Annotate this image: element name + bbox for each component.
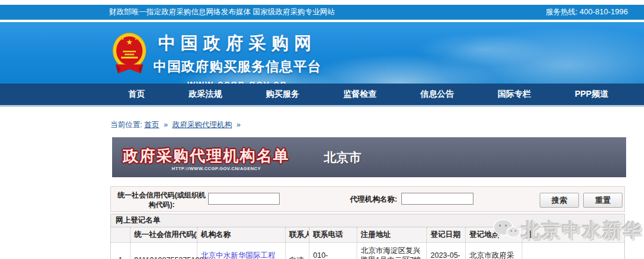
banner-title: 政府采购代理机构名单 xyxy=(123,146,290,166)
agency-name-link[interactable]: 北京中水新华国际工程咨询有限公司 xyxy=(201,251,275,259)
agency-list-banner: 政府采购代理机构名单 北京市 HTTP://WWW.CCGP.GOV.CN/AG… xyxy=(112,137,626,177)
col-reg-date: 登记日期 xyxy=(427,227,466,243)
banner-url: HTTP://WWW.CCGP.GOV.CN/AGENCY xyxy=(172,166,261,171)
top-strip: 财政部唯一指定政府采购信息网络发布媒体 国家级政府采购专业网站 服务热线: 40… xyxy=(0,5,644,20)
col-note: 注 xyxy=(522,227,625,243)
reset-button[interactable]: 重置 xyxy=(583,193,623,208)
col-index xyxy=(111,227,131,243)
nav-item-supervision[interactable]: 监督检查 xyxy=(343,89,376,100)
nav-item-home[interactable]: 首页 xyxy=(128,89,145,100)
site-title: 中国政府采购网 xyxy=(151,32,324,56)
hotline-number: 400-810-1996 xyxy=(580,7,628,16)
breadcrumb: 当前位置: 首页 » 政府采购代理机构 » xyxy=(110,120,243,130)
breadcrumb-home-link[interactable]: 首页 xyxy=(144,121,159,129)
main-nav: 首页 政采法规 购买服务 监督检查 信息公告 国际专栏 PPP频道 xyxy=(0,84,644,107)
credit-code-label: 统一社会信用代码(或组织机构代码): xyxy=(116,190,208,209)
row-index: 1 xyxy=(111,243,131,259)
svg-text:★: ★ xyxy=(126,38,133,47)
site-header: ★ ★ ★ 中国政府采购网 中国政府购买服务信息平台 www.ccgp.gov.… xyxy=(0,22,644,84)
table-header-row: 统一社会信用代码(或组织 机构名称 联系人 联系电话 注册地址 登记日期 登记地… xyxy=(111,227,625,243)
nav-item-ppp-channel[interactable]: PPP频道 xyxy=(575,89,608,100)
col-reg-place: 登记地点 xyxy=(466,227,522,243)
breadcrumb-separator: » xyxy=(236,121,240,129)
banner-region: 北京市 xyxy=(324,149,361,166)
nav-item-international[interactable]: 国际专栏 xyxy=(497,89,531,100)
col-credit-code: 统一社会信用代码(或组织 xyxy=(131,227,197,243)
agency-search-form: 统一社会信用代码(或组织机构代码): 代理机构名称: 搜索 重置 xyxy=(110,186,625,212)
row-reg-date: 2023-05-19 xyxy=(427,243,466,259)
breadcrumb-separator: » xyxy=(163,121,168,129)
service-hotline: 服务热线: 400-810-1996 xyxy=(546,7,628,17)
nav-item-purchase-services[interactable]: 购买服务 xyxy=(266,89,299,100)
row-contact: 白凌 xyxy=(286,243,309,259)
breadcrumb-prefix: 当前位置: xyxy=(110,121,142,129)
row-credit-code: 911101087552751091 xyxy=(131,243,197,259)
national-emblem-logo: ★ ★ ★ xyxy=(111,30,148,79)
registration-list: 网上登记名单 统一社会信用代码(或组织 机构名称 联系人 联系电话 注册地址 登… xyxy=(110,214,625,259)
credit-code-input[interactable] xyxy=(208,193,280,205)
agency-name-input[interactable] xyxy=(401,193,473,205)
site-subtitle: 中国政府购买服务信息平台 xyxy=(151,57,324,76)
row-reg-place: 北京市政府采购分网 xyxy=(466,243,522,259)
site-tagline: 财政部唯一指定政府采购信息网络发布媒体 国家级政府采购专业网站 xyxy=(109,7,335,17)
col-org-name: 机构名称 xyxy=(197,227,286,243)
row-address: 北京市海淀区复兴路甲1号中二区7幢2层 xyxy=(357,243,427,259)
breadcrumb-section-link[interactable]: 政府采购代理机构 xyxy=(172,121,232,129)
col-phone: 联系电话 xyxy=(309,227,357,243)
svg-text:★: ★ xyxy=(122,37,125,41)
section-title: 网上登记名单 xyxy=(110,214,625,227)
col-address: 注册地址 xyxy=(357,227,427,243)
agency-table: 统一社会信用代码(或组织 机构名称 联系人 联系电话 注册地址 登记日期 登记地… xyxy=(110,227,625,259)
row-phone: 010-83681829 xyxy=(309,243,357,259)
svg-text:★: ★ xyxy=(135,37,138,41)
table-row: 1 911101087552751091 北京中水新华国际工程咨询有限公司 白凌… xyxy=(111,243,625,259)
search-button[interactable]: 搜索 xyxy=(540,193,579,208)
col-contact: 联系人 xyxy=(286,227,309,243)
nav-item-regulations[interactable]: 政采法规 xyxy=(188,89,222,100)
agency-name-label: 代理机构名称: xyxy=(350,195,397,205)
row-note xyxy=(522,243,625,259)
nav-item-announcements[interactable]: 信息公告 xyxy=(420,89,454,100)
